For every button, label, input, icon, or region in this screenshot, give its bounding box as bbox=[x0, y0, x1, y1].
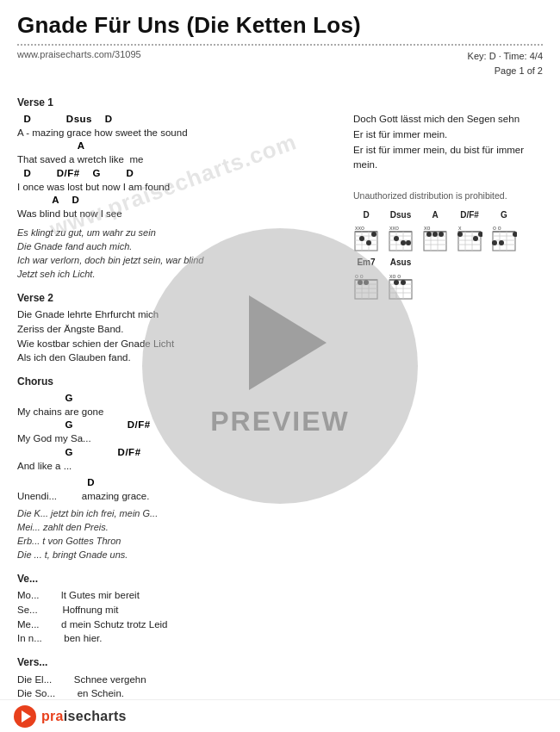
svg-point-8 bbox=[359, 236, 364, 241]
footer-logo-circle bbox=[14, 705, 36, 728]
chorus-lyric2: My God my Sa... bbox=[17, 431, 339, 446]
key-time-page: Key: D · Time: 4/4 Page 1 of 2 bbox=[468, 49, 543, 78]
chorus-chord4: D bbox=[17, 476, 339, 489]
unauthorized-notice: Unauthorized distribution is prohibited. bbox=[353, 189, 543, 202]
svg-point-31 bbox=[432, 232, 438, 237]
verse4-section: Vers... Die El... Schnee vergehn Die So.… bbox=[17, 654, 339, 701]
verse1-german1: Es klingt zu gut, um wahr zu sein bbox=[17, 226, 339, 240]
svg-point-52 bbox=[492, 240, 497, 245]
page-header: Gnade Für Uns (Die Ketten Los) www.prais… bbox=[0, 0, 560, 83]
svg-point-30 bbox=[426, 232, 432, 237]
verse3-label: Ve... bbox=[17, 571, 339, 587]
footer-brand-text[interactable]: praisecharts bbox=[41, 709, 127, 724]
verse1-label: Verse 1 bbox=[17, 95, 339, 111]
svg-rect-66 bbox=[389, 280, 412, 299]
svg-point-10 bbox=[371, 232, 376, 237]
verse1-lyric4: Was blind but now I see bbox=[17, 207, 339, 221]
chord-diagram-G: G o o bbox=[491, 208, 517, 253]
chorus-german3: Erb... t von Gottes Thron bbox=[17, 535, 339, 549]
chord-diagram-Dsus: Dsus xxo bbox=[388, 208, 414, 253]
verse3-lyric4: In n... ben hier. bbox=[17, 631, 339, 646]
verse4-label: Vers... bbox=[17, 654, 339, 671]
svg-point-9 bbox=[366, 240, 371, 245]
chorus-label: Chorus bbox=[17, 374, 339, 390]
svg-text:xo   o: xo o bbox=[389, 273, 401, 279]
verse3-section: Ve... Mo... lt Gutes mir bereit Se... Ho… bbox=[17, 571, 339, 646]
footer-brand-charts: isecharts bbox=[64, 709, 127, 723]
verse1-section: Verse 1 D Dsus D A - mazing grace how sw… bbox=[17, 95, 339, 282]
svg-text:xxo: xxo bbox=[355, 225, 364, 231]
svg-point-32 bbox=[439, 232, 444, 237]
right-lyric3: Er ist für immer mein, du bist für immer… bbox=[353, 143, 543, 174]
verse1-german4: Jetzt seh ich Licht. bbox=[17, 268, 339, 282]
header-divider bbox=[17, 44, 543, 46]
verse1-lyric2: That saved a wretch like me bbox=[17, 152, 339, 167]
chord-diagram-Asus: Asus xo o bbox=[388, 256, 414, 301]
chorus-section: Chorus G My chains are gone G D/F# My Go… bbox=[17, 374, 339, 562]
chorus-lyric1: My chains are gone bbox=[17, 405, 339, 419]
footer: praisecharts bbox=[0, 699, 560, 732]
right-lyric2: Er ist für immer mein. bbox=[353, 127, 543, 143]
verse3-lyric2: Se... Hoffnung mit bbox=[17, 603, 339, 617]
verse3-lyric1: Mo... lt Gutes mir bereit bbox=[17, 588, 339, 603]
svg-text:o  o: o o bbox=[493, 225, 501, 231]
chord-diagram-A: A xo bbox=[422, 208, 448, 253]
verse1-chord3: D D/F# G D bbox=[17, 167, 339, 180]
verse3-lyric3: Me... d mein Schutz trotz Leid bbox=[17, 617, 339, 632]
page-title: Gnade Für Uns (Die Ketten Los) bbox=[17, 12, 543, 39]
main-content: Verse 1 D Dsus D A - mazing grace how sw… bbox=[0, 83, 560, 703]
footer-brand-praise: pra bbox=[41, 709, 64, 723]
subtitle-row: www.praisecharts.com/31095 Key: D · Time… bbox=[17, 49, 543, 78]
chorus-german4: Die ... t, bringt Gnade uns. bbox=[17, 549, 339, 562]
verse2-lyric3: Wie kostbar schien der Gnade Licht bbox=[17, 337, 339, 351]
svg-point-53 bbox=[499, 240, 504, 245]
verse2-label: Verse 2 bbox=[17, 290, 339, 307]
chorus-chord3: G D/F# bbox=[17, 446, 339, 459]
footer-logo-play-icon bbox=[22, 710, 31, 723]
chorus-german2: Mei... zahlt den Preis. bbox=[17, 521, 339, 535]
svg-text:o  o: o o bbox=[355, 273, 364, 279]
verse2-lyric1: Die Gnade lehrte Ehrfurcht mich bbox=[17, 307, 339, 322]
verse1-german3: Ich war verlorn, doch bin jetzt sein, wa… bbox=[17, 254, 339, 268]
svg-text:xxo: xxo bbox=[389, 225, 399, 231]
chorus-chord2: G D/F# bbox=[17, 419, 339, 431]
chorus-german1: Die K... jetzt bin ich frei, mein G... bbox=[17, 507, 339, 521]
verse1-lyric3: I once was lost but now I am found bbox=[17, 180, 339, 195]
svg-point-74 bbox=[401, 280, 406, 285]
svg-point-41 bbox=[457, 232, 463, 237]
svg-text:x: x bbox=[458, 225, 462, 231]
svg-point-63 bbox=[358, 280, 363, 285]
chord-diagram-D: D xxo bbox=[353, 208, 379, 253]
page-url[interactable]: www.praisecharts.com/31095 bbox=[17, 49, 141, 59]
verse1-german2: Die Gnade fand auch mich. bbox=[17, 240, 339, 254]
chord-diagrams-row: D xxo Dsus bbox=[353, 208, 543, 301]
verse2-lyric4: Als ich den Glauben fand. bbox=[17, 350, 339, 365]
svg-point-42 bbox=[473, 236, 478, 241]
svg-text:xo: xo bbox=[424, 225, 431, 231]
left-column: Verse 1 D Dsus D A - mazing grace how sw… bbox=[17, 86, 339, 703]
svg-point-64 bbox=[364, 280, 369, 285]
svg-point-21 bbox=[406, 240, 411, 245]
verse1-lyric1: A - mazing grace how sweet the sound bbox=[17, 126, 339, 140]
right-column: Doch Gott lässt mich den Segen sehn Er i… bbox=[353, 86, 543, 703]
svg-point-73 bbox=[394, 280, 399, 285]
chord-diagram-Em7: Em7 o o bbox=[353, 256, 379, 301]
chorus-lyric4: Unendi... amazing grace. bbox=[17, 489, 339, 504]
svg-point-20 bbox=[401, 240, 406, 245]
verse1-chord2: A bbox=[17, 140, 339, 152]
verse4-lyric1: Die El... Schnee vergehn bbox=[17, 673, 339, 687]
verse1-chord1: D Dsus D bbox=[17, 113, 339, 126]
verse2-lyric2: Zeriss der Ängste Band. bbox=[17, 322, 339, 337]
chord-diagram-DF#: D/F# x bbox=[457, 208, 482, 253]
chorus-lyric3: And like a ... bbox=[17, 459, 339, 474]
verse2-section: Verse 2 Die Gnade lehrte Ehrfurcht mich … bbox=[17, 290, 339, 365]
svg-point-19 bbox=[394, 236, 399, 241]
right-lyric1: Doch Gott lässt mich den Segen sehn bbox=[353, 112, 543, 127]
verse1-chord4: A D bbox=[17, 194, 339, 207]
chorus-chord1: G bbox=[17, 392, 339, 405]
